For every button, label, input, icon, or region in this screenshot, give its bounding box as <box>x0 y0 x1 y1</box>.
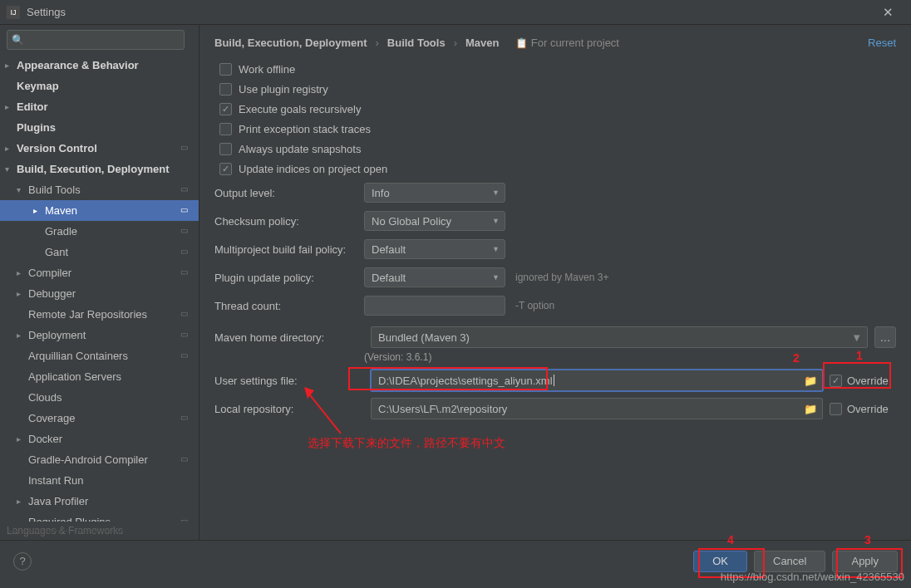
search-input[interactable] <box>7 30 185 50</box>
project-icon: ▭ <box>180 226 192 238</box>
project-icon <box>180 496 192 507</box>
sidebar-item-editor[interactable]: ▸Editor <box>0 96 199 117</box>
sidebar-item-compiler[interactable]: ▸Compiler▭ <box>0 262 199 283</box>
checkbox-row[interactable]: Use plugin registry <box>214 79 896 99</box>
maven-home-browse-button[interactable]: … <box>874 326 896 348</box>
local-repo-label: Local repository: <box>214 403 364 415</box>
watermark-text: https://blog.csdn.net/weixin_42365530 <box>721 571 904 583</box>
sidebar-item-remote-jar-repositories[interactable]: Remote Jar Repositories▭ <box>0 304 199 325</box>
output-level-label: Output level: <box>214 187 364 199</box>
sidebar-item-version-control[interactable]: ▸Version Control▭ <box>0 138 199 159</box>
sidebar-item-label: Build, Execution, Deployment <box>17 163 180 175</box>
project-icon: ▭ <box>180 454 192 466</box>
sidebar-item-docker[interactable]: ▸Docker <box>0 429 199 449</box>
chevron-down-icon: ▼ <box>492 245 500 253</box>
sidebar-item-label: Compiler <box>28 267 180 279</box>
sidebar-item-label: Gradle-Android Compiler <box>28 453 180 466</box>
local-repo-override[interactable]: Override <box>830 403 896 415</box>
sidebar-item-build-tools[interactable]: ▾Build Tools▭ <box>0 179 199 200</box>
sidebar-item-label: Clouds <box>28 391 180 404</box>
user-settings-label: User settings file: <box>214 375 364 387</box>
project-scope-tag: 📋 For current project <box>515 37 619 49</box>
project-icon: ▭ <box>180 143 192 154</box>
sidebar-item-arquillian-containers[interactable]: Arquillian Containers▭ <box>0 345 199 366</box>
sidebar-item-label: Maven <box>45 204 180 217</box>
arrow-icon: ▾ <box>5 164 17 174</box>
sidebar-item-label: Gradle <box>45 225 180 238</box>
checkbox-row[interactable]: Print exception stack traces <box>214 119 896 139</box>
apply-button[interactable]: Apply <box>832 551 898 572</box>
sidebar-item-label: Java Profiler <box>28 495 180 507</box>
checkbox-label: Use plugin registry <box>239 83 328 96</box>
sidebar-item-appearance-behavior[interactable]: ▸Appearance & Behavior <box>0 55 199 76</box>
local-repo-input[interactable]: C:\Users\LF\.m2\repository 📁 <box>371 398 823 419</box>
project-icon <box>180 122 192 134</box>
maven-home-select[interactable]: Bundled (Maven 3)▼ <box>371 326 868 348</box>
plugin-update-select[interactable]: Default▼ <box>364 267 505 287</box>
folder-icon[interactable]: 📁 <box>804 375 817 387</box>
sidebar-item-gradle[interactable]: Gradle▭ <box>0 221 199 242</box>
close-icon[interactable]: ✕ <box>871 5 904 20</box>
sidebar-item-gradle-android-compiler[interactable]: Gradle-Android Compiler▭ <box>0 449 199 470</box>
sidebar-item-build-execution-deployment[interactable]: ▾Build, Execution, Deployment <box>0 159 199 179</box>
checkbox-row[interactable]: Execute goals recursively <box>214 99 896 119</box>
sidebar-item-maven[interactable]: ▸Maven▭ <box>0 200 199 221</box>
sidebar-item-coverage[interactable]: Coverage▭ <box>0 408 199 429</box>
user-settings-input[interactable]: D:\IDEA\projects\settings_aliyun.xml 📁 <box>371 370 823 391</box>
breadcrumb-sep: › <box>375 37 378 49</box>
project-icon <box>180 434 192 445</box>
checkbox-icon <box>219 123 232 135</box>
output-level-select[interactable]: Info▼ <box>364 183 505 203</box>
sidebar-item-label: Build Tools <box>28 184 180 196</box>
breadcrumb-a[interactable]: Build, Execution, Deployment <box>214 37 367 49</box>
sidebar-truncated[interactable]: Languages & Frameworks <box>0 522 199 540</box>
checkbox-icon <box>219 63 232 76</box>
sidebar-item-gant[interactable]: Gant▭ <box>0 242 199 262</box>
checkbox-row[interactable]: Update indices on project open <box>214 159 896 179</box>
sidebar-item-label: Appearance & Behavior <box>17 59 180 71</box>
sidebar-item-label: Required Plugins <box>28 516 180 522</box>
annotation-text: 选择下载下来的文件，路径不要有中文 <box>308 436 505 451</box>
checkbox-row[interactable]: Always update snapshots <box>214 139 896 159</box>
sidebar-item-application-servers[interactable]: Application Servers <box>0 366 199 387</box>
sidebar-item-label: Arquillian Containers <box>28 350 180 362</box>
sidebar-item-required-plugins[interactable]: Required Plugins▭ <box>0 512 199 522</box>
ok-button[interactable]: OK <box>693 551 747 572</box>
project-icon <box>180 101 192 113</box>
checkbox-row[interactable]: Work offline <box>214 59 896 79</box>
arrow-icon: ▾ <box>17 185 28 194</box>
checksum-policy-select[interactable]: No Global Policy▼ <box>364 211 505 231</box>
sidebar-item-debugger[interactable]: ▸Debugger <box>0 283 199 304</box>
project-icon <box>180 164 192 175</box>
sidebar-item-java-profiler[interactable]: ▸Java Profiler <box>0 491 199 512</box>
sidebar-item-label: Deployment <box>28 329 180 341</box>
sidebar-item-label: Application Servers <box>28 370 180 383</box>
reset-link[interactable]: Reset <box>868 37 896 49</box>
arrow-icon: ▸ <box>17 331 28 340</box>
content-pane: Build, Execution, Deployment › Build Too… <box>199 25 911 540</box>
sidebar-item-clouds[interactable]: Clouds <box>0 387 199 408</box>
sidebar-item-instant-run[interactable]: Instant Run <box>0 470 199 491</box>
user-settings-override[interactable]: Override <box>830 375 896 387</box>
multiproject-policy-select[interactable]: Default▼ <box>364 239 505 259</box>
arrow-icon: ▸ <box>17 289 28 298</box>
sidebar: 🔍 ▸Appearance & BehaviorKeymap▸EditorPlu… <box>0 25 199 540</box>
help-button[interactable]: ? <box>13 552 32 571</box>
thread-count-input[interactable] <box>364 296 505 316</box>
project-icon <box>180 288 192 300</box>
cancel-button[interactable]: Cancel <box>754 551 825 572</box>
checkbox-icon <box>219 83 232 96</box>
folder-icon[interactable]: 📁 <box>804 403 817 415</box>
checksum-policy-label: Checksum policy: <box>214 215 364 228</box>
arrow-icon: ▸ <box>5 61 17 70</box>
app-logo-icon: IJ <box>7 6 20 19</box>
titlebar: IJ Settings ✕ <box>0 0 911 25</box>
sidebar-item-plugins[interactable]: Plugins <box>0 117 199 138</box>
project-icon <box>180 475 192 487</box>
sidebar-item-deployment[interactable]: ▸Deployment▭ <box>0 325 199 345</box>
sidebar-item-keymap[interactable]: Keymap <box>0 76 199 96</box>
breadcrumb-b[interactable]: Build Tools <box>387 37 446 49</box>
chevron-down-icon: ▼ <box>851 331 862 344</box>
chevron-down-icon: ▼ <box>492 273 500 282</box>
project-icon: ▭ <box>180 330 192 341</box>
